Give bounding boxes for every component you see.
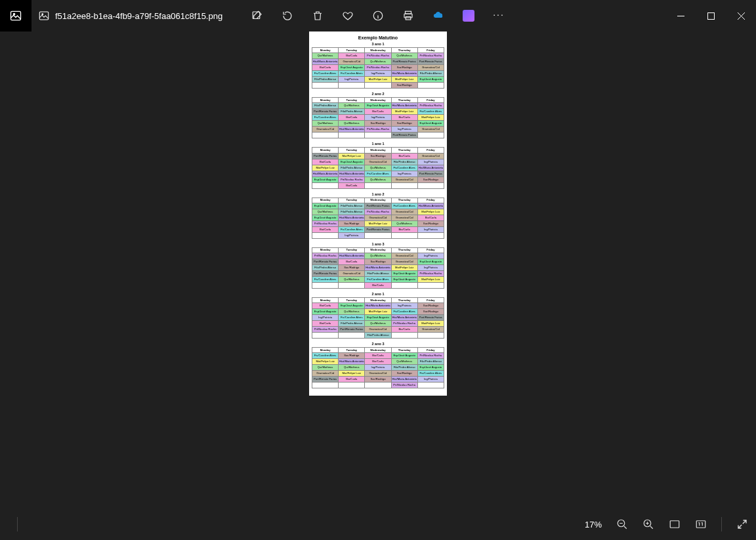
timetable-cell: Fis/Caroline Alves [365, 171, 391, 177]
delete-icon[interactable] [312, 10, 324, 22]
timetable-group: 1 ano 3MondayTuesdayWednesdayThursdayFri… [312, 242, 444, 289]
window-controls [665, 0, 756, 31]
timetable-group: 2 ano 3MondayTuesdayWednesdayThursdayFri… [312, 342, 444, 388]
timetable-cell: Port/Renato Farias [312, 271, 339, 277]
timetable-cell: Gramatica/Cid [312, 127, 339, 133]
timetable-group: 2 ano 2MondayTuesdayWednesdayThursdayFri… [312, 92, 444, 138]
print-icon[interactable] [402, 10, 414, 22]
day-header: Tuesday [339, 298, 365, 303]
table-row: Filo/Pedro AfonsoSoc/RodrigoHist/Maria A… [312, 265, 444, 271]
table-row: Gramatica/CidHist/Maria AntonietaPrt/Nic… [312, 127, 444, 133]
timetable-group: 3 ano 1MondayTuesdayWednesdayThursdayFri… [312, 42, 444, 89]
timetable-cell: Fis/Caroline Alves [391, 165, 417, 171]
zoom-out-icon[interactable] [616, 518, 628, 530]
day-header: Monday [312, 148, 339, 153]
table-row: Fis/Caroline AlvesSoc/RodrigoBio/CarlaEs… [312, 353, 444, 359]
close-button[interactable] [726, 0, 756, 31]
group-title: 2 ano 3 [312, 342, 444, 346]
day-header: Friday [417, 348, 444, 353]
timetable-cell: Filo/Pedro Afonso [339, 165, 365, 171]
edit-icon[interactable] [251, 10, 263, 22]
minimize-button[interactable] [665, 0, 696, 31]
timetable-cell [312, 383, 339, 388]
filename-label: f51a2ee8-b1ea-4fb9-a79f-5faa061c8f15.png [55, 11, 222, 21]
table-row: Gramatica/CidMat/Felipe LuizGramatica/Ci… [312, 371, 444, 377]
timetable-cell: Mat/Felipe Luiz [339, 371, 365, 377]
zoom-in-icon[interactable] [642, 518, 654, 530]
heart-icon[interactable] [342, 10, 354, 22]
timetable: MondayTuesdayWednesdayThursdayFridayFis/… [312, 347, 444, 388]
rotate-icon[interactable] [282, 10, 293, 22]
timetable-cell: Mat/Felipe Luiz [417, 321, 444, 327]
table-row: Filo/Pedro AfonsoIng/PatriciaMat/Felipe … [312, 77, 444, 83]
timetable-cell: Gramatica/Cid [391, 209, 417, 215]
svg-point-1 [13, 13, 14, 14]
day-header: Wednesday [365, 298, 391, 303]
app-menu-button[interactable] [0, 0, 32, 31]
timetable-cell: Gramatica/Cid [365, 371, 391, 377]
timetable-cell: Hist/Maria Antonieta [339, 359, 365, 365]
timetable-cell: Gramatica/Cid [417, 327, 444, 333]
table-row: Qui/MatheusQui/MatheusIng/PatriciaFilo/P… [312, 365, 444, 371]
timetable-cell: Ing/Patricia [417, 226, 444, 232]
file-type-icon [38, 10, 50, 22]
info-icon[interactable] [372, 10, 384, 22]
timetable-cell: Fis/Caroline Alves [312, 353, 339, 359]
fit-screen-icon[interactable] [669, 518, 681, 530]
timetable-cell: Ing/Patricia [417, 265, 444, 271]
timetable-cell: Filo/Pedro Afonso [391, 159, 417, 165]
timetable-cell: Filo/Pedro Afonso [365, 271, 391, 277]
actual-size-icon[interactable] [695, 518, 707, 530]
group-title: 2 ano 1 [312, 292, 444, 296]
table-row: Ing/PatriciaFis/Caroline AlvesEsp/José A… [312, 315, 444, 321]
timetable-cell: Qui/Matheus [312, 365, 339, 371]
day-header: Wednesday [365, 148, 391, 153]
timetable-cell: Bio/Carla [391, 327, 417, 333]
day-header: Thursday [391, 348, 417, 353]
timetable-cell: Fis/Caroline Alves [339, 71, 365, 77]
timetable-cell: Gramatica/Cid [365, 215, 391, 220]
timetable-cell: Filo/Pedro Afonso [312, 77, 339, 83]
day-header: Tuesday [339, 247, 365, 253]
timetable-cell: Fis/Caroline Alves [312, 71, 339, 77]
table-row: Bio/CarlaEsp/José AugustoHist/Maria Anto… [312, 303, 444, 309]
table-row: Bio/Carla [312, 182, 444, 188]
table-row: Port/Renato FariasBio/CarlaSoc/RodrigoGr… [312, 259, 444, 265]
timetable-cell: Mat/Felipe Luiz [391, 109, 417, 115]
table-row: Filo/Pedro Afonso [312, 333, 444, 339]
timetable-cell [417, 83, 444, 89]
timetable-cell: Qui/Matheus [365, 253, 391, 259]
table-row: Prt/Nicolau RochaHist/Maria AntonietaQui… [312, 253, 444, 259]
day-header: Monday [312, 48, 339, 53]
timetable-cell: Qui/Matheus [339, 103, 365, 109]
timetable-cell [391, 182, 417, 188]
maximize-button[interactable] [696, 0, 726, 31]
timetable-cell: Esp/José Augusto [339, 159, 365, 165]
day-header: Tuesday [339, 48, 365, 53]
timetable-cell: Esp/José Augusto [312, 203, 339, 209]
table-row: Fis/Caroline AlvesFis/Caroline AlvesIng/… [312, 71, 444, 77]
timetable-cell: Bio/Carla [391, 115, 417, 121]
timetable-cell: Ing/Patricia [365, 365, 391, 371]
table-row: Qui/MatheusQui/MatheusSoc/RodrigoSoc/Rod… [312, 121, 444, 127]
timetable-cell: Hist/Maria Antonieta [365, 303, 391, 309]
fullscreen-icon[interactable] [736, 518, 748, 530]
day-header: Friday [417, 148, 444, 153]
timetable-cell: Ing/Patricia [391, 303, 417, 309]
timetable-cell [417, 283, 444, 289]
timetable-cell: Bio/Carla [417, 215, 444, 220]
timetable-cell: Soc/Rodrigo [417, 177, 444, 182]
image-canvas[interactable]: Exemplo Matutino 3 ano 1MondayTuesdayWed… [0, 31, 756, 509]
day-header: Monday [312, 98, 339, 103]
onedrive-icon[interactable] [432, 10, 444, 22]
timetable-cell: Bio/Carla [312, 226, 339, 232]
timetable-cell: Filo/Pedro Afonso [339, 321, 365, 327]
timetable-cell [365, 182, 391, 188]
timetable-cell [312, 333, 339, 339]
timetable-cell: Bio/Carla [339, 259, 365, 265]
timetable-cell: Port/Renato Farias [417, 171, 444, 177]
timetable-cell: Esp/José Augusto [391, 271, 417, 277]
clipchamp-icon[interactable] [463, 10, 474, 22]
more-icon[interactable]: ··· [493, 10, 505, 22]
timetable-cell: Esp/José Augusto [339, 65, 365, 71]
